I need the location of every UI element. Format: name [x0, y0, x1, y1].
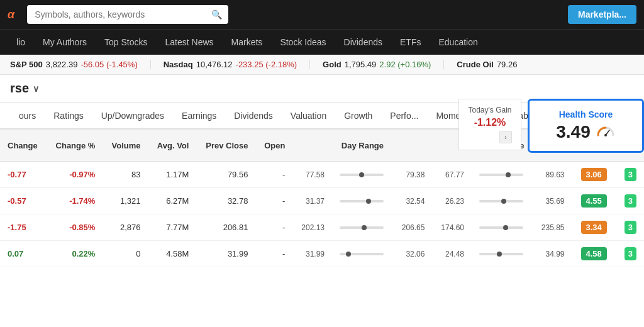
stock-ticker: rse ∨: [10, 81, 39, 96]
nav-item-education[interactable]: Education: [430, 30, 486, 55]
cell-52w-max: 35.69: [533, 188, 572, 214]
cell-avg-vol: 7.77M: [148, 214, 197, 241]
cell-volume: 2,876: [103, 214, 148, 241]
cell-sa-aut: 3: [614, 188, 644, 214]
ticker-sp500-price: 3,822.39: [46, 60, 78, 69]
cell-day-range-max: 32.06: [393, 241, 433, 267]
sub-nav-growth[interactable]: Growth: [335, 103, 381, 128]
cell-avg-vol: 6.27M: [148, 188, 197, 214]
ticker-nasdaq-change: -233.25 (-2.18%): [236, 60, 297, 69]
health-score-label: Health Score: [540, 109, 632, 119]
ticker-sp500-name: S&P 500: [10, 60, 43, 69]
cell-day-range-min: 31.99: [292, 241, 332, 267]
nav-item-portfolio[interactable]: lio: [8, 30, 34, 55]
cell-change: -0.57: [0, 188, 47, 214]
cell-52w-min: 67.77: [432, 162, 472, 188]
cell-52w-max: 235.85: [533, 214, 572, 241]
ticker-bar: S&P 500 3,822.39 -56.05 (-1.45%) Nasdaq …: [0, 55, 644, 75]
todays-gain-value: -1.12%: [468, 117, 512, 128]
cell-volume: 83: [103, 162, 148, 188]
health-score-number: 3.49: [556, 122, 591, 142]
cell-52w-bar: [472, 241, 533, 267]
cell-prev-close: 206.81: [196, 214, 255, 241]
cell-day-range-bar: [332, 214, 393, 241]
table-row: -0.57 -1.74% 1,321 6.27M 32.78 - 31.37 3…: [0, 188, 644, 214]
cell-quant: 4.58: [572, 241, 614, 267]
sub-nav-ratings[interactable]: Ratings: [45, 103, 92, 128]
col-header-avg-vol: Avg. Vol: [148, 130, 197, 162]
todays-gain-label: Today's Gain: [468, 106, 512, 114]
cell-volume: 0: [103, 241, 148, 267]
ticker-crude-oil-name: Crude Oil: [457, 60, 494, 69]
nav-bar: lio My Authors Top Stocks Latest News Ma…: [0, 29, 644, 55]
ticker-crude-oil[interactable]: Crude Oil 79.26: [457, 60, 530, 69]
cell-52w-min: 26.23: [432, 188, 472, 214]
cell-change-pct: -0.85%: [47, 214, 103, 241]
cell-change: -1.75: [0, 214, 47, 241]
col-header-open: Open: [255, 130, 292, 162]
marketplace-button[interactable]: Marketpla...: [568, 5, 636, 24]
cell-quant: 4.55: [572, 188, 614, 214]
nav-item-my-authors[interactable]: My Authors: [34, 30, 96, 55]
logo: α: [8, 8, 14, 21]
search-icon: 🔍: [211, 9, 222, 19]
cell-prev-close: 32.78: [196, 188, 255, 214]
cell-52w-max: 89.63: [533, 162, 572, 188]
cell-open: -: [255, 188, 292, 214]
table-row: 0.07 0.22% 0 4.58M 31.99 - 31.99 32.06 2…: [0, 241, 644, 267]
nav-item-etfs[interactable]: ETFs: [391, 30, 430, 55]
col-header-change-pct: Change %: [47, 130, 103, 162]
ticker-sp500-change: -56.05 (-1.45%): [80, 60, 137, 69]
sub-nav-valuation[interactable]: Valuation: [282, 103, 335, 128]
search-wrapper: 🔍: [27, 5, 228, 24]
search-input[interactable]: [27, 5, 228, 24]
ticker-gold-name: Gold: [323, 60, 341, 69]
health-score-popup: Health Score 3.49: [528, 99, 644, 153]
cell-change: -0.77: [0, 162, 47, 188]
sub-nav-earnings[interactable]: Earnings: [173, 103, 225, 128]
top-bar: α 🔍 Marketpla...: [0, 0, 644, 29]
nav-item-top-stocks[interactable]: Top Stocks: [96, 30, 156, 55]
cell-open: -: [255, 214, 292, 241]
sub-nav-performance[interactable]: Perfo...: [381, 103, 427, 128]
nav-item-dividends[interactable]: Dividends: [335, 30, 391, 55]
sub-nav-ours[interactable]: ours: [10, 103, 45, 128]
ticker-gold[interactable]: Gold 1,795.49 2.92 (+0.16%): [323, 60, 444, 69]
cell-day-range-max: 32.54: [393, 188, 433, 214]
cell-open: -: [255, 162, 292, 188]
cell-change-pct: -1.74%: [47, 188, 103, 214]
cell-avg-vol: 4.58M: [148, 241, 197, 267]
cell-change-pct: -0.97%: [47, 162, 103, 188]
col-header-volume: Volume: [103, 130, 148, 162]
cell-day-range-bar: [332, 188, 393, 214]
cell-52w-bar: [472, 214, 533, 241]
sub-nav-dividends[interactable]: Dividends: [225, 103, 281, 128]
scroll-right-arrow[interactable]: ›: [499, 131, 512, 143]
nav-item-markets[interactable]: Markets: [223, 30, 272, 55]
ticker-nasdaq[interactable]: Nasdaq 10,476.12 -233.25 (-2.18%): [164, 60, 310, 69]
sub-nav-updowngrades[interactable]: Up/Downgrades: [92, 103, 173, 128]
cell-day-range-bar: [332, 162, 393, 188]
cell-quant: 3.06: [572, 162, 614, 188]
cell-52w-max: 34.99: [533, 241, 572, 267]
cell-volume: 1,321: [103, 188, 148, 214]
cell-change-pct: 0.22%: [47, 241, 103, 267]
cell-day-range-min: 202.13: [292, 214, 332, 241]
ticker-sp500[interactable]: S&P 500 3,822.39 -56.05 (-1.45%): [10, 60, 151, 69]
cell-day-range-max: 206.65: [393, 214, 433, 241]
svg-point-1: [604, 134, 607, 136]
cell-day-range-min: 31.37: [292, 188, 332, 214]
cell-prev-close: 79.56: [196, 162, 255, 188]
nav-item-latest-news[interactable]: Latest News: [157, 30, 223, 55]
nav-item-stock-ideas[interactable]: Stock Ideas: [271, 30, 335, 55]
chevron-down-icon[interactable]: ∨: [33, 84, 39, 94]
table-row: -0.77 -0.97% 83 1.17M 79.56 - 77.58 79.3…: [0, 162, 644, 188]
cell-prev-close: 31.99: [196, 241, 255, 267]
col-header-change: Change: [0, 130, 47, 162]
cell-day-range-bar: [332, 241, 393, 267]
ticker-gold-change: 2.92 (+0.16%): [379, 60, 431, 69]
stock-section: rse ∨ Today's Gain -1.12% › Health Score…: [0, 75, 644, 103]
cell-sa-aut: 3: [614, 214, 644, 241]
ticker-nasdaq-price: 10,476.12: [196, 60, 233, 69]
cell-quant: 3.34: [572, 214, 614, 241]
